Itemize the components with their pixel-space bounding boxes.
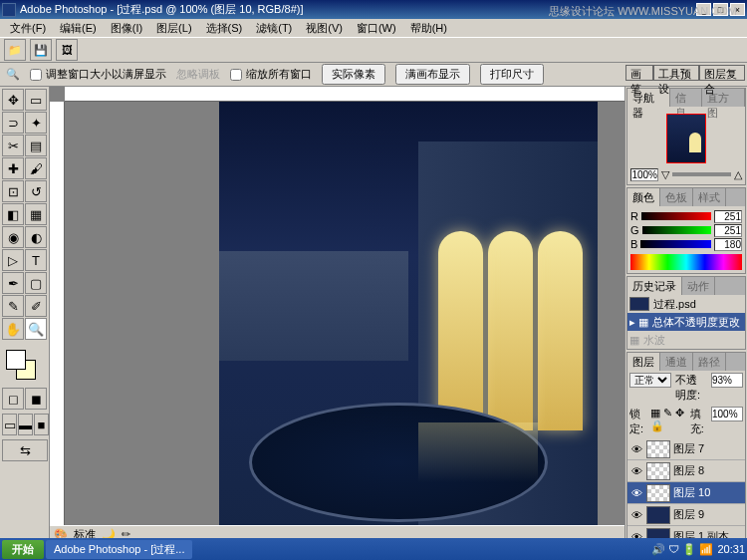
zoom-slider[interactable] [672,172,731,176]
zoom-all-label: 缩放所有窗口 [246,67,312,82]
wand-tool[interactable]: ✦ [25,112,47,134]
history-state-2[interactable]: ▦水波 [627,331,745,349]
screen-full-menu[interactable]: ▬ [18,414,33,435]
g-input[interactable] [714,224,742,237]
tab-history[interactable]: 历史记录 [627,277,682,295]
eraser-tool[interactable]: ◧ [2,203,24,225]
layer-name: 图层 10 [673,485,710,500]
ruler-horizontal[interactable] [65,87,624,102]
opacity-input[interactable] [711,373,743,388]
shape-tool[interactable]: ▢ [25,272,47,294]
menu-select[interactable]: 选择(S) [200,20,249,37]
gradient-tool[interactable]: ▦ [25,203,47,225]
fit-screen-button[interactable]: 满画布显示 [395,64,470,85]
tab-swatches[interactable]: 色板 [660,188,693,206]
zoom-in-icon[interactable]: △ [734,168,742,181]
layer-row[interactable]: 👁图层 9 [627,504,745,526]
visibility-icon[interactable]: 👁 [629,465,643,477]
zoom-tool[interactable]: 🔍 [25,318,47,340]
type-tool[interactable]: T [25,249,47,271]
quickmask-mode[interactable]: ◼ [25,388,47,410]
menu-image[interactable]: 图像(I) [105,20,148,37]
visibility-icon[interactable]: 👁 [629,443,643,455]
zoom-tool-icon[interactable]: 🔍 [6,68,20,81]
color-spectrum[interactable] [630,254,742,270]
ruler-vertical[interactable] [50,102,65,542]
menu-window[interactable]: 窗口(W) [351,20,402,37]
visibility-icon[interactable]: 👁 [629,487,643,499]
disabled-option: 忽略调板 [176,67,220,82]
blend-mode-select[interactable]: 正常 [629,373,671,388]
zoom-input[interactable] [630,168,658,181]
print-size-button[interactable]: 打印尺寸 [480,64,544,85]
menu-edit[interactable]: 编辑(E) [54,20,103,37]
tab-layers[interactable]: 图层 [627,353,660,371]
system-tray[interactable]: 🔊 🛡 🔋 📶 20:31 [651,543,745,556]
tab-color[interactable]: 颜色 [627,188,660,206]
brush-tool[interactable]: 🖌 [25,157,47,179]
jump-to-button[interactable]: ⇆ [2,439,48,461]
tab-info[interactable]: 信息 [670,89,702,107]
r-input[interactable] [714,210,742,223]
slice-tool[interactable]: ▤ [25,135,47,156]
menu-file[interactable]: 文件(F) [4,20,52,37]
well-comps[interactable]: 图层复合 [699,65,745,81]
browse-button[interactable]: 🖼 [56,39,78,61]
menu-view[interactable]: 视图(V) [300,20,349,37]
fill-input[interactable] [711,407,743,421]
b-slider[interactable] [640,240,711,248]
taskbar-app[interactable]: Adobe Photoshop - [过程... [46,540,192,559]
path-tool[interactable]: ▷ [2,249,24,271]
history-state-1[interactable]: ▸ ▦总体不透明度更改 [627,313,745,331]
r-slider[interactable] [641,212,711,220]
lasso-tool[interactable]: ⊃ [2,112,24,134]
save-button[interactable]: 💾 [30,39,52,61]
tab-styles[interactable]: 样式 [693,188,726,206]
move-tool[interactable]: ✥ [2,89,24,111]
color-swatches[interactable] [2,348,47,384]
marquee-tool[interactable]: ▭ [25,89,47,111]
document-canvas[interactable] [219,102,598,542]
standard-mode[interactable]: ◻ [2,388,24,410]
well-brushes[interactable]: 画笔 [625,65,653,81]
start-button[interactable]: 开始 [2,540,44,559]
tab-paths[interactable]: 路径 [693,353,726,371]
foreground-swatch[interactable] [6,350,26,370]
history-panel: 历史记录动作 过程.psd ▸ ▦总体不透明度更改 ▦水波 [626,276,746,350]
clock[interactable]: 20:31 [717,543,745,555]
layer-row[interactable]: 👁图层 10 [627,482,745,504]
heal-tool[interactable]: ✚ [2,157,24,179]
layer-row[interactable]: 👁图层 7 [627,438,745,460]
menu-help[interactable]: 帮助(H) [404,20,453,37]
zoom-all-checkbox[interactable] [230,69,242,81]
history-snapshot[interactable]: 过程.psd [627,295,745,313]
tab-actions[interactable]: 动作 [682,277,715,295]
menu-filter[interactable]: 滤镜(T) [250,20,298,37]
b-input[interactable] [714,238,742,251]
zoom-out-icon[interactable]: ▽ [661,168,669,181]
menu-layer[interactable]: 图层(L) [150,20,197,37]
lock-icons[interactable]: ▦ ✎ ✥ 🔒 [650,407,685,436]
pen-tool[interactable]: ✒ [2,272,24,294]
navigator-thumbnail[interactable] [666,114,706,163]
folder-button[interactable]: 📁 [4,39,26,61]
layers-panel: 图层通道路径 正常 不透明度: 锁定: ▦ ✎ ✥ 🔒 填充: 👁图层 7 👁图… [626,352,746,549]
resize-window-checkbox[interactable] [30,69,42,81]
g-slider[interactable] [642,226,711,234]
stamp-tool[interactable]: ⊡ [2,180,24,202]
tray-icons[interactable]: 🔊 🛡 🔋 📶 [651,543,713,556]
eyedropper-tool[interactable]: ✐ [25,295,47,317]
screen-full[interactable]: ■ [34,414,49,435]
screen-standard[interactable]: ▭ [2,414,17,435]
well-presets[interactable]: 工具预设 [653,65,699,81]
blur-tool[interactable]: ◉ [2,226,24,248]
tab-channels[interactable]: 通道 [660,353,693,371]
crop-tool[interactable]: ✂ [2,135,24,156]
actual-pixels-button[interactable]: 实际像素 [322,64,385,85]
history-brush-tool[interactable]: ↺ [25,180,47,202]
notes-tool[interactable]: ✎ [2,295,24,317]
layer-row[interactable]: 👁图层 8 [627,460,745,482]
visibility-icon[interactable]: 👁 [629,509,643,521]
hand-tool[interactable]: ✋ [2,318,24,340]
dodge-tool[interactable]: ◐ [25,226,47,248]
